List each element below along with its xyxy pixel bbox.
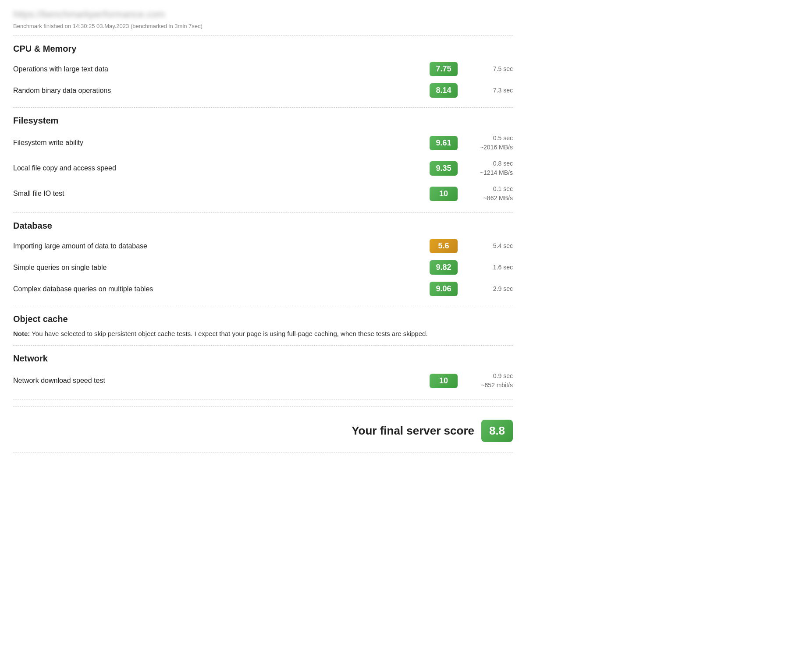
object-cache-note: Note: You have selected to skip persiste…	[13, 329, 513, 339]
benchmark-row: Random binary data operations8.147.3 sec	[13, 80, 513, 101]
time-primary: 1.6 sec	[465, 263, 513, 272]
benchmark-row: Complex database queries on multiple tab…	[13, 278, 513, 300]
time-info: 0.8 sec~1214 MB/s	[465, 159, 513, 177]
time-primary: 0.8 sec	[465, 159, 513, 168]
score-badge: 9.35	[430, 161, 458, 176]
section-title-object-cache: Object cache	[13, 314, 513, 324]
score-badge: 5.6	[430, 239, 458, 253]
top-divider	[13, 35, 513, 36]
time-info: 7.5 sec	[465, 64, 513, 74]
section-title-database: Database	[13, 221, 513, 231]
section-title-filesystem: Filesystem	[13, 116, 513, 126]
benchmark-label: Simple queries on single table	[13, 264, 430, 272]
time-secondary: ~1214 MB/s	[465, 168, 513, 177]
score-badge: 7.75	[430, 62, 458, 76]
benchmark-label: Network download speed test	[13, 377, 430, 385]
time-info: 0.1 sec~862 MB/s	[465, 184, 513, 203]
final-score-label: Your final server score	[352, 424, 474, 438]
score-badge: 9.61	[430, 136, 458, 150]
sections-container: CPU & MemoryOperations with large text d…	[13, 44, 513, 400]
bottom-divider-1	[13, 406, 513, 407]
time-info: 0.5 sec~2016 MB/s	[465, 134, 513, 152]
benchmark-row: Operations with large text data7.757.5 s…	[13, 58, 513, 80]
section-divider-cpu-memory	[13, 107, 513, 108]
benchmark-info: Benchmark finished on 14:30:25 03.May.20…	[13, 23, 513, 29]
benchmark-row: Simple queries on single table9.821.6 se…	[13, 257, 513, 278]
benchmark-row: Local file copy and access speed9.350.8 …	[13, 156, 513, 181]
time-primary: 0.1 sec	[465, 184, 513, 194]
benchmark-row: Importing large amount of data to databa…	[13, 235, 513, 257]
time-info: 1.6 sec	[465, 263, 513, 272]
time-info: 2.9 sec	[465, 284, 513, 294]
score-badge: 8.14	[430, 83, 458, 98]
benchmark-row: Filesystem write ability9.610.5 sec~2016…	[13, 130, 513, 156]
time-primary: 5.4 sec	[465, 241, 513, 251]
benchmark-label: Random binary data operations	[13, 87, 430, 95]
time-primary: 2.9 sec	[465, 284, 513, 294]
benchmark-row: Network download speed test100.9 sec~652…	[13, 368, 513, 393]
benchmark-label: Filesystem write ability	[13, 139, 430, 147]
score-badge: 9.82	[430, 260, 458, 275]
bottom-divider-2	[13, 453, 513, 453]
section-title-cpu-memory: CPU & Memory	[13, 44, 513, 54]
site-url: https://benchmarkperformance.com	[13, 9, 513, 20]
benchmark-label: Importing large amount of data to databa…	[13, 242, 430, 250]
benchmark-row: Small file IO test100.1 sec~862 MB/s	[13, 181, 513, 206]
time-secondary: ~862 MB/s	[465, 194, 513, 203]
final-score-badge: 8.8	[481, 420, 513, 442]
benchmark-label: Local file copy and access speed	[13, 164, 430, 172]
time-secondary: ~652 mbit/s	[465, 381, 513, 390]
section-title-network: Network	[13, 354, 513, 364]
time-info: 7.3 sec	[465, 86, 513, 95]
time-info: 5.4 sec	[465, 241, 513, 251]
time-primary: 7.5 sec	[465, 64, 513, 74]
benchmark-label: Small file IO test	[13, 190, 430, 198]
time-primary: 0.5 sec	[465, 134, 513, 143]
benchmark-label: Complex database queries on multiple tab…	[13, 285, 430, 293]
section-divider-network	[13, 400, 513, 400]
section-divider-database	[13, 306, 513, 306]
score-badge: 10	[430, 187, 458, 201]
time-secondary: ~2016 MB/s	[465, 143, 513, 152]
section-divider-filesystem	[13, 212, 513, 213]
time-primary: 7.3 sec	[465, 86, 513, 95]
final-score-row: Your final server score 8.8	[13, 413, 513, 446]
score-badge: 10	[430, 374, 458, 388]
time-primary: 0.9 sec	[465, 371, 513, 381]
section-divider-object-cache	[13, 345, 513, 346]
time-info: 0.9 sec~652 mbit/s	[465, 371, 513, 390]
score-badge: 9.06	[430, 282, 458, 296]
benchmark-label: Operations with large text data	[13, 65, 430, 73]
